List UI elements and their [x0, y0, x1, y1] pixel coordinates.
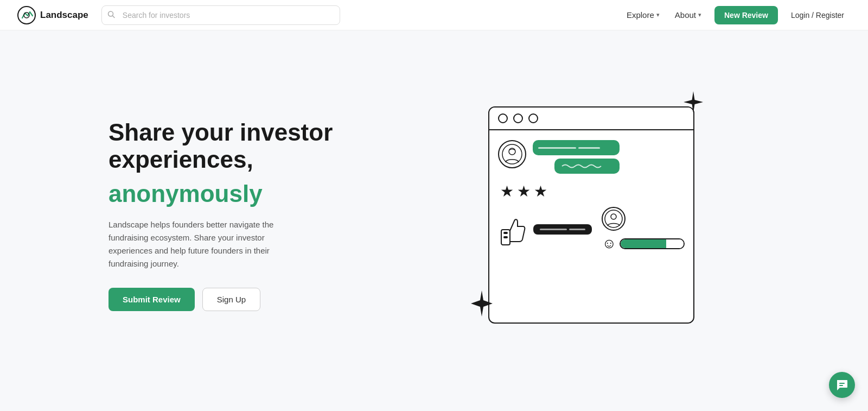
svg-rect-11 [839, 383, 845, 384]
avatar-row [498, 140, 685, 174]
hero-section: Share your investor experiences, anonymo… [0, 30, 868, 400]
chevron-down-icon: ▾ [656, 11, 660, 18]
stars-row: ★ ★ ★ [500, 182, 685, 200]
browser-circle-3 [528, 113, 538, 123]
hero-content: Share your investor experiences, anonymo… [108, 119, 336, 312]
hero-title: Share your investor experiences, [108, 119, 336, 174]
star-2: ★ [517, 182, 531, 200]
svg-rect-7 [503, 232, 508, 234]
about-nav-item[interactable]: About ▾ [668, 6, 708, 24]
browser-circle-2 [513, 113, 523, 123]
search-container [101, 5, 340, 25]
progress-fill [621, 239, 666, 248]
search-input[interactable] [101, 5, 340, 25]
hero-illustration: ★ ★ ★ [358, 96, 814, 334]
browser-bar [489, 108, 693, 130]
chat-bubbles [533, 140, 620, 174]
smiley-icon: ☺ [602, 235, 616, 252]
progress-rest [666, 239, 684, 248]
avatar-left [498, 140, 526, 168]
dark-bubble [533, 224, 592, 235]
login-register-link[interactable]: Login / Register [784, 7, 851, 24]
hero-actions: Submit Review Sign Up [108, 288, 336, 311]
illustration-wrap: ★ ★ ★ [472, 96, 700, 334]
browser-window: ★ ★ ★ [488, 106, 694, 324]
browser-circle-1 [498, 113, 508, 123]
bottom-row: ☺ [498, 207, 685, 252]
chat-bubble-2 [554, 159, 620, 174]
bottom-right: ☺ [602, 207, 685, 252]
hero-title-accent: anonymously [108, 180, 336, 208]
thumbs-up-icon [498, 211, 528, 249]
sign-up-button[interactable]: Sign Up [202, 288, 260, 311]
submit-review-button[interactable]: Submit Review [108, 288, 195, 311]
nav-links: Explore ▾ About ▾ New Review Login / Reg… [620, 6, 851, 24]
chat-bubble-1 [533, 140, 620, 155]
info-card [533, 224, 592, 235]
logo-icon [17, 6, 36, 24]
svg-rect-12 [839, 385, 843, 386]
chat-widget[interactable] [829, 372, 855, 398]
explore-nav-item[interactable]: Explore ▾ [620, 6, 666, 24]
new-review-button[interactable]: New Review [714, 6, 778, 24]
smiley-progress-row: ☺ [602, 235, 685, 252]
chat-widget-icon [836, 379, 848, 391]
svg-point-10 [611, 214, 616, 219]
svg-point-4 [502, 144, 522, 164]
star-3: ★ [534, 182, 547, 200]
svg-rect-8 [503, 236, 508, 238]
chevron-down-icon: ▾ [698, 11, 701, 18]
browser-content: ★ ★ ★ [489, 130, 693, 323]
logo-link[interactable]: Landscape [17, 6, 88, 24]
logo-text: Landscape [40, 10, 88, 21]
star-1: ★ [500, 182, 514, 200]
progress-bar [620, 238, 685, 249]
navbar: Landscape Explore ▾ About ▾ New Review L… [0, 0, 868, 30]
avatar-right [602, 207, 626, 231]
hero-description: Landscape helps founders better navigate… [108, 218, 304, 270]
